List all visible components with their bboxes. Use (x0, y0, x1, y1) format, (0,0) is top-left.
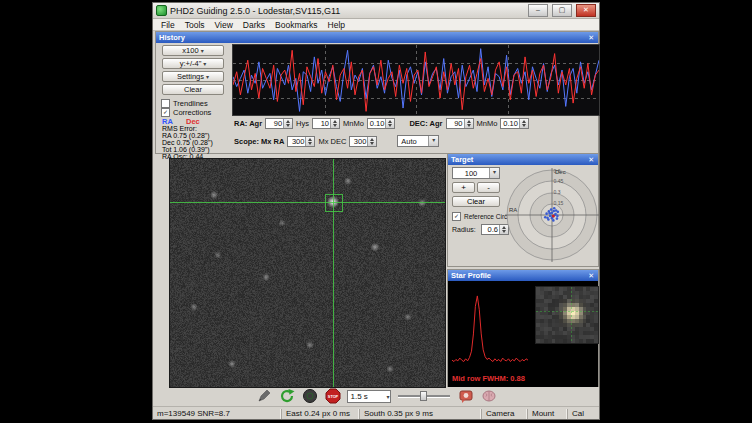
loop-icon (279, 388, 295, 404)
titlebar[interactable]: PHD2 Guiding 2.5.0 - Lodestar,SV115,G11 … (153, 3, 599, 19)
guide-camera-view[interactable] (169, 158, 446, 388)
dec-minmove-value: 0.10 (503, 119, 519, 128)
trendlines-checkbox[interactable]: Trendlines (161, 99, 208, 108)
dec-minmove-spinner[interactable]: 0.10 (500, 118, 529, 129)
spinner-arrows-icon[interactable] (305, 137, 314, 146)
max-ra-spinner[interactable]: 300 (287, 136, 315, 147)
clear-history-button[interactable]: Clear (162, 84, 224, 95)
ring-label-1: 0.15 (554, 200, 564, 206)
dec-guide-mode-value: Auto (401, 137, 425, 146)
max-ra-value: 300 (290, 137, 305, 146)
menu-bookmarks[interactable]: Bookmarks (270, 20, 323, 30)
target-pane: Target ✕ 100 ▾ + - Clear ✓ Reference Cir… (447, 153, 599, 267)
menu-tools[interactable]: Tools (180, 20, 210, 30)
corrections-label: Corrections (173, 108, 211, 117)
menu-help[interactable]: Help (323, 20, 350, 30)
stop-button[interactable]: STOP (324, 388, 342, 405)
vscale-label: y:+/-4" (180, 59, 202, 68)
dropdown-arrow-icon: ▾ (201, 47, 204, 54)
main-toolbar: STOP 1.5 s ▾ (153, 387, 599, 405)
ra-agr-label: RA: Agr (234, 119, 262, 128)
target-zoom-out-button[interactable]: - (477, 182, 500, 193)
hysteresis-spinner[interactable]: 10 (312, 118, 340, 129)
rms-dec-value: Dec 0.75 (0.28") (162, 139, 213, 146)
rms-tot-value: Tot 1.06 (0.39") (162, 146, 210, 153)
spinner-arrows-icon[interactable] (464, 119, 473, 128)
app-icon (156, 5, 167, 16)
reference-circle-checkbox-box[interactable]: ✓ (452, 212, 461, 221)
target-zoom-in-button[interactable]: + (452, 182, 475, 193)
history-pane: History ✕ x100 ▾ y:+/-4" ▾ Settings ▾ Cl… (155, 31, 599, 154)
maximize-button[interactable]: ▢ (552, 4, 572, 17)
spinner-arrows-icon[interactable] (367, 137, 376, 146)
vscale-select[interactable]: y:+/-4" ▾ (162, 58, 224, 69)
target-bullseye-plot: Dec RA 0.15 0.3 0.45 0.6 (503, 165, 599, 266)
target-clear-button[interactable]: Clear (452, 196, 500, 207)
clear-history-label: Clear (184, 85, 202, 94)
ra-minmove-spinner[interactable]: 0.10 (367, 118, 396, 129)
exposure-value: 1.5 s (351, 392, 368, 401)
spinner-arrows-icon[interactable] (519, 119, 528, 128)
status-camera: Camera (481, 409, 527, 419)
history-caption-title: History (159, 33, 587, 42)
corrections-checkbox-box[interactable]: ✓ (161, 108, 170, 117)
mxdec-label: Mx DEC (318, 137, 346, 146)
star-profile-graph (450, 283, 532, 369)
dec-aggression-spinner[interactable]: 90 (446, 118, 474, 129)
target-caption-title: Target (451, 155, 587, 164)
trendlines-checkbox-box[interactable] (161, 99, 170, 108)
ra-aggression-value: 90 (268, 119, 283, 128)
ra-mnmo-label: MnMo (343, 119, 364, 128)
auto-select-star-button[interactable] (255, 388, 273, 405)
hysteresis-value: 10 (315, 119, 330, 128)
star-zoom-inset (535, 286, 599, 344)
history-body: x100 ▾ y:+/-4" ▾ Settings ▾ Clear Trendl… (156, 43, 598, 153)
status-mount: Mount (527, 409, 567, 419)
dec-guide-mode-select[interactable]: Auto ▾ (397, 135, 439, 147)
desktop: PHD2 Guiding 2.5.0 - Lodestar,SV115,G11 … (0, 0, 752, 423)
camera-properties-button[interactable] (457, 388, 475, 405)
gamma-slider[interactable] (396, 389, 452, 403)
close-button[interactable]: ✕ (576, 4, 596, 17)
brain-button[interactable] (480, 388, 498, 405)
ra-aggression-spinner[interactable]: 90 (265, 118, 293, 129)
menu-file[interactable]: File (156, 20, 180, 30)
corrections-checkbox[interactable]: ✓ Corrections (161, 108, 211, 117)
spinner-arrows-icon[interactable] (283, 119, 292, 128)
minimize-button[interactable]: – (528, 4, 548, 17)
menu-view[interactable]: View (210, 20, 238, 30)
spinner-arrows-icon[interactable] (330, 119, 339, 128)
status-star-info: m=139549 SNR=8.7 (153, 409, 281, 419)
settings-select[interactable]: Settings ▾ (162, 71, 224, 82)
spinner-arrows-icon[interactable] (385, 119, 394, 128)
guide-params-row2: Scope: Mx RA 300 Mx DEC 300 Auto ▾ (234, 135, 439, 147)
hscale-select[interactable]: x100 ▾ (162, 45, 224, 56)
status-east-correction: East 0.24 px 0 ms (281, 409, 359, 419)
target-body: 100 ▾ + - Clear ✓ Reference Circle Radiu… (448, 165, 598, 266)
loop-exposures-button[interactable] (278, 388, 296, 405)
dropdown-arrow-icon: ▾ (386, 393, 389, 400)
exposure-select[interactable]: 1.5 s ▾ (347, 390, 391, 403)
target-zoom-select[interactable]: 100 ▾ (452, 167, 500, 179)
statusbar: m=139549 SNR=8.7 East 0.24 px 0 ms South… (153, 406, 599, 420)
history-caption[interactable]: History ✕ (156, 32, 598, 43)
star-profile-caption-title: Star Profile (451, 271, 587, 280)
guide-params-row1: RA: Agr 90 Hys 10 MnMo 0.10 (234, 118, 529, 129)
radius-value: 0.6 (484, 225, 499, 234)
target-ra-axis-label: RA (509, 207, 517, 213)
target-close-icon[interactable]: ✕ (587, 155, 595, 164)
target-caption[interactable]: Target ✕ (448, 154, 598, 165)
guide-button[interactable] (301, 388, 319, 405)
history-close-icon[interactable]: ✕ (587, 33, 595, 42)
rms-ra-value: RA 0.75 (0.28") (162, 132, 210, 139)
phd2-window: PHD2 Guiding 2.5.0 - Lodestar,SV115,G11 … (152, 2, 600, 420)
dropdown-arrow-icon: ▾ (428, 136, 438, 146)
star-profile-close-icon[interactable]: ✕ (587, 271, 595, 280)
menu-darks[interactable]: Darks (238, 20, 270, 30)
status-south-correction: South 0.35 px 9 ms (359, 409, 443, 419)
radius-label: Radius: (452, 226, 476, 233)
slider-thumb[interactable] (420, 391, 427, 401)
max-dec-spinner[interactable]: 300 (349, 136, 377, 147)
star-profile-caption[interactable]: Star Profile ✕ (448, 270, 598, 281)
dec-aggression-value: 90 (449, 119, 464, 128)
